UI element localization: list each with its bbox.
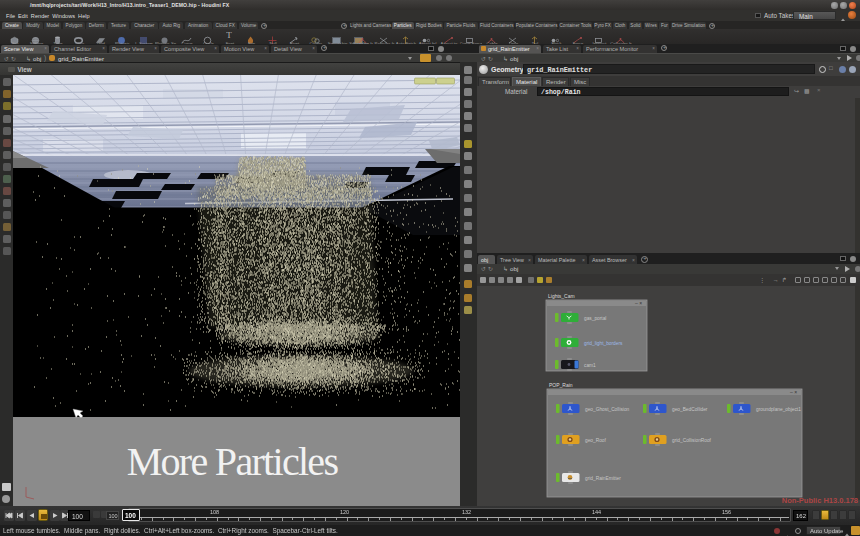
svg-text:POP_Rain: POP_Rain bbox=[549, 382, 573, 388]
svg-text:– ×: – × bbox=[790, 389, 797, 395]
svg-text:Lights_Cam: Lights_Cam bbox=[548, 293, 575, 299]
svg-text:grid_light_borders: grid_light_borders bbox=[584, 341, 623, 346]
svg-text:– ×: – × bbox=[635, 300, 642, 306]
svg-text:grid_RainEmitter: grid_RainEmitter bbox=[585, 476, 621, 481]
svg-text:cam1: cam1 bbox=[584, 363, 596, 368]
svg-text:geo_BedCollider: geo_BedCollider bbox=[672, 407, 708, 412]
svg-text:geo_Ghost_Collision: geo_Ghost_Collision bbox=[585, 407, 630, 412]
svg-text:gas_portal: gas_portal bbox=[584, 316, 606, 321]
svg-text:groundplane_object1: groundplane_object1 bbox=[756, 407, 801, 412]
svg-text:More Particles: More Particles bbox=[127, 439, 339, 484]
svg-text:grid_CollisionRoof: grid_CollisionRoof bbox=[672, 438, 712, 443]
svg-text:geo_Roof: geo_Roof bbox=[585, 438, 606, 443]
